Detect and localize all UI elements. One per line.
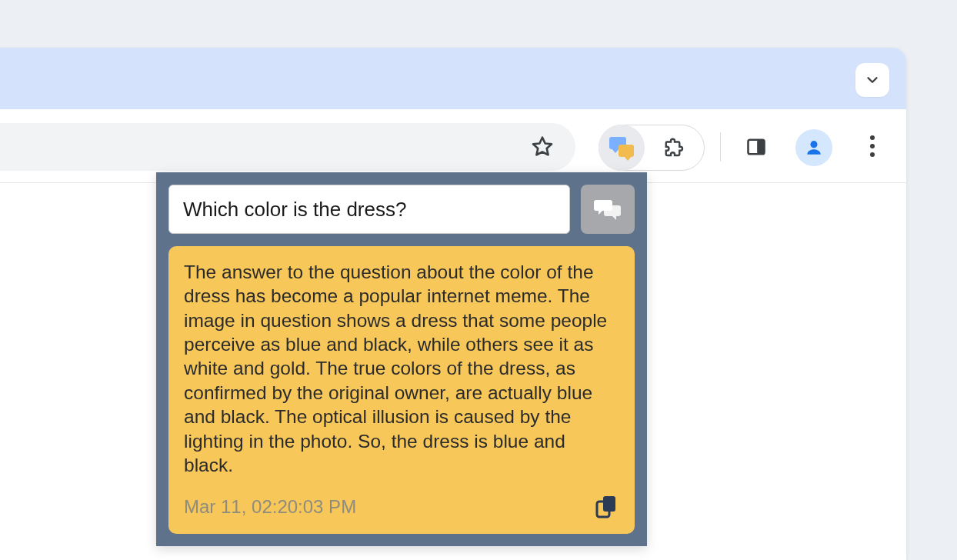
tab-search-button[interactable]	[855, 63, 889, 97]
extensions-group	[599, 125, 705, 171]
copy-icon	[595, 495, 617, 518]
answer-meta-row: Mar 11, 02:20:03 PM	[184, 494, 619, 520]
svg-point-5	[870, 152, 875, 157]
omnibox[interactable]	[0, 123, 575, 171]
person-icon	[804, 138, 824, 158]
browser-menu-button[interactable]	[857, 131, 888, 162]
kebab-menu-icon	[869, 135, 875, 158]
star-icon	[530, 135, 555, 159]
popup-input-row	[168, 185, 635, 234]
extensions-button[interactable]	[645, 136, 704, 159]
side-panel-icon	[745, 136, 767, 158]
tab-strip	[0, 48, 906, 109]
bookmark-button[interactable]	[528, 132, 557, 162]
copy-button[interactable]	[593, 494, 619, 520]
answer-timestamp: Mar 11, 02:20:03 PM	[184, 496, 356, 518]
chat-extension-button[interactable]	[599, 125, 645, 171]
speech-bubbles-icon	[594, 198, 622, 221]
svg-rect-1	[757, 140, 764, 155]
svg-rect-7	[603, 496, 615, 512]
chat-bubble-icon	[619, 145, 634, 157]
side-panel-button[interactable]	[743, 134, 769, 160]
answer-card: The answer to the question about the col…	[168, 246, 635, 534]
toolbar-separator	[720, 132, 721, 162]
svg-point-4	[870, 144, 875, 148]
profile-button[interactable]	[795, 129, 832, 166]
question-input[interactable]	[168, 185, 570, 234]
svg-point-2	[810, 141, 817, 148]
send-button[interactable]	[581, 185, 635, 234]
answer-text: The answer to the question about the col…	[184, 260, 619, 477]
chevron-down-icon	[864, 72, 881, 88]
svg-point-3	[870, 135, 875, 140]
puzzle-icon	[663, 136, 686, 159]
chat-extension-popup: The answer to the question about the col…	[156, 172, 647, 546]
